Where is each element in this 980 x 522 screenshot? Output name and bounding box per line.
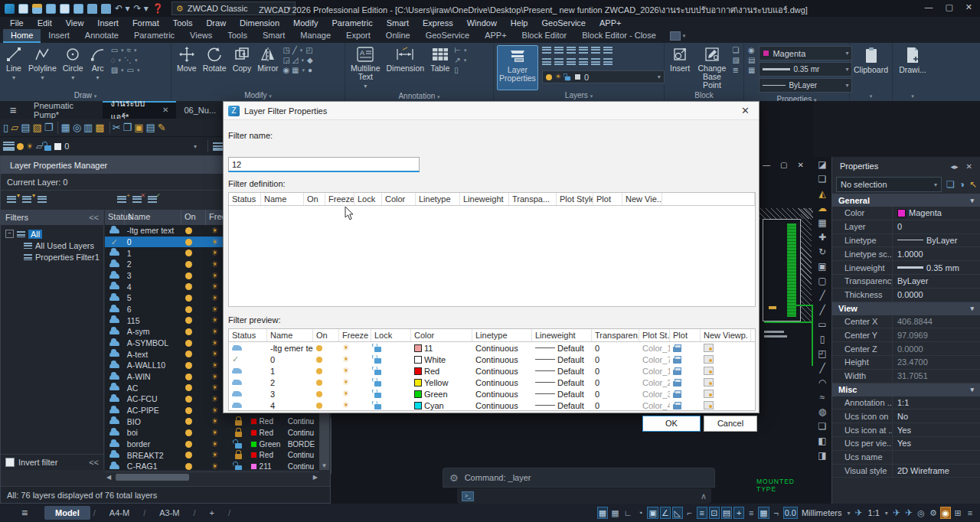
object-color-dropdown[interactable]: Magenta ▾ <box>759 46 852 60</box>
tool-icon[interactable]: ◰ <box>818 349 826 358</box>
on-icon[interactable] <box>185 272 192 279</box>
property-row[interactable]: Ucs name <box>832 451 980 465</box>
freeze-icon[interactable]: ☀ <box>211 305 219 314</box>
scale-value[interactable]: 1:1 <box>866 508 882 517</box>
status-toggle-icon[interactable]: + <box>733 507 744 519</box>
layer-lock-icon[interactable] <box>44 145 51 151</box>
layer-tools-grid[interactable] <box>542 45 665 69</box>
close-tab-icon[interactable]: ✕ <box>162 106 168 114</box>
close-button[interactable]: ✕ <box>965 2 972 12</box>
menu-item[interactable]: Insert <box>90 18 126 28</box>
ribbon-tab[interactable]: GeoService <box>418 29 477 43</box>
ribbon-tab[interactable]: APP+ <box>477 29 514 43</box>
menu-item[interactable]: Window <box>460 18 504 28</box>
on-icon[interactable] <box>185 441 192 448</box>
property-row[interactable]: Center Y 97.0969 <box>832 328 980 342</box>
dimension-button[interactable]: Dimension <box>384 45 427 91</box>
layer-on-icon[interactable] <box>17 143 24 150</box>
linetype-cell[interactable]: Continu <box>285 462 319 470</box>
freeze-icon[interactable]: ☀ <box>211 249 219 257</box>
new-property-filter-icon[interactable]: ▾ <box>7 195 16 204</box>
on-icon[interactable] <box>185 306 192 313</box>
on-icon[interactable] <box>185 374 192 380</box>
filter-definition-table[interactable]: StatusName OnFreeze LockColor LinetypeLi… <box>228 192 756 307</box>
status-toggle-icon[interactable]: ∠ <box>660 507 671 519</box>
on-icon[interactable] <box>185 317 192 324</box>
linetype-cell[interactable]: Continu <box>285 417 319 426</box>
toolbar-icon[interactable]: ◎ <box>73 122 81 133</box>
property-row[interactable]: Height 23.4700 <box>832 356 980 370</box>
new-file-icon[interactable] <box>18 4 28 14</box>
menu-item[interactable]: Help <box>504 18 535 28</box>
properties-extra-tools[interactable]: ◉▤▦ <box>747 45 756 94</box>
on-icon[interactable] <box>185 384 192 391</box>
property-row[interactable]: Center Z 0.0000 <box>832 342 980 356</box>
status-toggle-icon[interactable]: ▤ <box>721 507 732 519</box>
tool-icon[interactable]: ▯ <box>820 334 825 344</box>
on-icon[interactable] <box>185 261 192 268</box>
doc-restore-button[interactable]: ▢ <box>780 161 787 169</box>
property-row[interactable]: Lineweight 0.35 mm <box>832 261 980 275</box>
menu-item[interactable]: Express <box>416 18 460 28</box>
layout-tab[interactable]: Model <box>44 506 90 520</box>
menu-item[interactable]: Format <box>126 18 166 28</box>
on-icon[interactable] <box>185 295 192 302</box>
minimize-button[interactable]: — <box>924 2 933 12</box>
tool-icon[interactable]: ▢ <box>818 276 826 285</box>
draw-extra-tools[interactable]: ▭ ▾ ≈ ▾ ◌ ▾ ⋱ ▾ ▨ ▾ ▭ ▾ <box>110 45 141 90</box>
new-group-filter-icon[interactable]: ▾ <box>22 195 31 204</box>
ribbon-tab[interactable]: Views <box>182 29 220 43</box>
toolbar-icon[interactable]: ▣ <box>134 122 143 133</box>
lock-icon[interactable] <box>235 465 242 470</box>
tool-icon[interactable]: ◠ <box>818 378 826 387</box>
invert-filter-checkbox[interactable] <box>5 458 15 467</box>
drawing-utilities-button[interactable]: Drawi... <box>897 45 929 90</box>
horizontal-scrollbar[interactable]: ◀▶ <box>105 471 319 482</box>
menu-item[interactable]: View <box>59 18 91 28</box>
tool-icon[interactable]: ✚ <box>818 233 826 242</box>
color-swatch[interactable] <box>250 429 257 436</box>
toolbar-icon[interactable]: ❐ <box>44 122 54 133</box>
status-toggle-icon[interactable]: ⊡ <box>709 507 720 519</box>
ribbon-tab[interactable]: Insert <box>41 29 77 43</box>
chevron-up-icon[interactable]: ∧ <box>701 491 707 501</box>
undo-icon[interactable]: ↶ ▾ <box>115 4 129 14</box>
collapse-filters-icon[interactable]: << <box>89 213 99 222</box>
toolbar-icon[interactable]: ▧ <box>32 122 41 133</box>
on-icon[interactable] <box>185 239 192 246</box>
on-icon[interactable] <box>185 429 192 436</box>
line-button[interactable]: Line▾ <box>3 45 24 90</box>
circle-button[interactable]: Circle▾ <box>60 45 86 90</box>
layer-color-swatch[interactable] <box>54 142 62 151</box>
mirror-button[interactable]: Mirror <box>255 45 280 90</box>
modify-extra-tools[interactable]: ◳ ╱ ▾ ◰ ◲ ◿ ▾ ◆ ◉ ▦ ▾ ● <box>283 45 314 90</box>
command-history-bar[interactable]: >_ ∧ <box>457 488 711 504</box>
freeze-icon[interactable]: ☀ <box>211 417 219 426</box>
tab-menu-icon[interactable]: ≡ <box>0 101 26 119</box>
tool-icon[interactable]: ▭ <box>818 320 826 329</box>
freeze-icon[interactable]: ☀ <box>211 227 219 235</box>
menu-item[interactable]: APP+ <box>593 18 628 28</box>
close-palette-icon[interactable]: ✕ <box>966 162 972 171</box>
ribbon-tab[interactable]: Annotate <box>77 29 126 43</box>
status-toggle-icon[interactable]: ≡ <box>746 507 756 519</box>
toolbar-icon[interactable]: ▦ <box>60 122 70 133</box>
status-toggle-icon[interactable]: ▣ <box>647 507 658 519</box>
redo-icon[interactable]: ↷ ▾ <box>133 4 148 14</box>
on-icon[interactable] <box>185 328 192 335</box>
on-icon[interactable] <box>185 396 192 403</box>
save-as-icon[interactable] <box>60 4 70 14</box>
layer-freeze-icon[interactable]: ☀ <box>26 142 34 151</box>
status-toggle-icon[interactable]: 0.0 <box>783 507 798 519</box>
menu-item[interactable]: Dimension <box>233 18 286 28</box>
ribbon-options[interactable]: ▾ <box>664 29 692 43</box>
tool-icon[interactable]: ╱ <box>819 305 825 315</box>
annotation-panel-caption[interactable]: Annotation ▾ <box>345 91 493 102</box>
section-general[interactable]: General▾ <box>832 194 980 207</box>
layout-tab[interactable]: A4-M <box>99 506 140 520</box>
ribbon-tab[interactable]: Export <box>338 29 378 43</box>
preview-row[interactable]: ✓ 4 ☀ Cyan Continuous Default 0 Color_4 <box>229 400 755 411</box>
copy-icon[interactable] <box>74 4 83 14</box>
layout-menu-icon[interactable]: ≡ <box>21 507 44 519</box>
select-objects-icon[interactable]: ◑ <box>959 179 965 190</box>
